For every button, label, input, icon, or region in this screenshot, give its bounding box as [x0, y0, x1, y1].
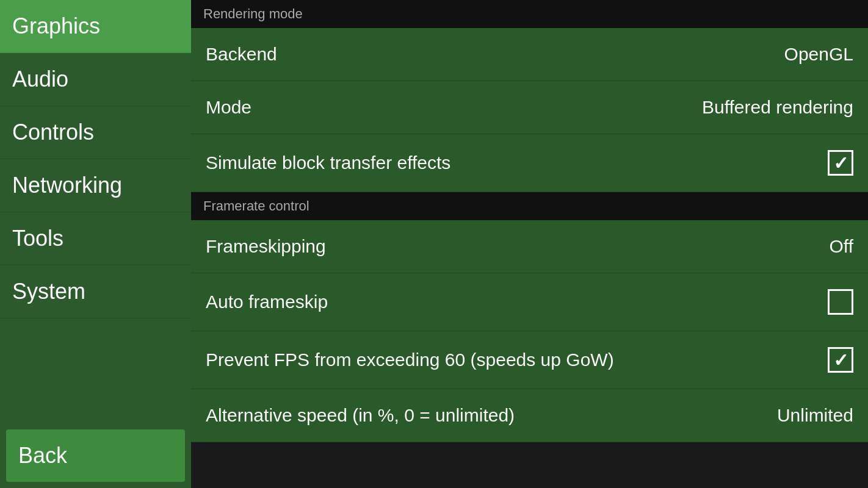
sidebar-item-tools[interactable]: Tools	[0, 212, 191, 265]
main-content: Rendering modeBackendOpenGLModeBuffered …	[191, 0, 868, 488]
sidebar-item-system[interactable]: System	[0, 265, 191, 318]
sidebar-item-networking[interactable]: Networking	[0, 159, 191, 212]
row-label-mode: Mode	[206, 97, 251, 118]
settings-row-auto-frameskip[interactable]: Auto frameskip	[191, 273, 868, 331]
settings-row-frameskipping[interactable]: FrameskippingOff	[191, 220, 868, 273]
sidebar-item-audio[interactable]: Audio	[0, 53, 191, 106]
row-value-backend: OpenGL	[784, 44, 853, 65]
sidebar-spacer	[0, 318, 191, 423]
row-label-backend: Backend	[206, 44, 277, 65]
back-button[interactable]: Back	[6, 429, 185, 482]
checkbox-auto-frameskip[interactable]	[828, 289, 853, 315]
row-label-auto-frameskip: Auto frameskip	[206, 292, 328, 312]
settings-row-simulate-block-transfer[interactable]: Simulate block transfer effects	[191, 134, 868, 192]
row-label-simulate-block-transfer: Simulate block transfer effects	[206, 152, 450, 173]
section-header-framerate-control: Framerate control	[191, 192, 868, 220]
settings-row-mode[interactable]: ModeBuffered rendering	[191, 81, 868, 134]
settings-row-backend[interactable]: BackendOpenGL	[191, 28, 868, 81]
settings-row-alternative-speed[interactable]: Alternative speed (in %, 0 = unlimited)U…	[191, 389, 868, 442]
row-label-prevent-fps: Prevent FPS from exceeding 60 (speeds up…	[206, 350, 614, 370]
row-label-frameskipping: Frameskipping	[206, 236, 326, 257]
row-value-alternative-speed: Unlimited	[777, 405, 853, 426]
checkbox-prevent-fps[interactable]	[828, 347, 853, 373]
checkbox-simulate-block-transfer[interactable]	[828, 150, 853, 176]
settings-row-prevent-fps[interactable]: Prevent FPS from exceeding 60 (speeds up…	[191, 331, 868, 389]
section-header-rendering-mode: Rendering mode	[191, 0, 868, 28]
row-label-alternative-speed: Alternative speed (in %, 0 = unlimited)	[206, 405, 515, 426]
sidebar-item-controls[interactable]: Controls	[0, 106, 191, 159]
row-value-mode: Buffered rendering	[702, 97, 853, 118]
row-value-frameskipping: Off	[830, 236, 853, 257]
sidebar-item-graphics[interactable]: Graphics	[0, 0, 191, 53]
sidebar: GraphicsAudioControlsNetworkingToolsSyst…	[0, 0, 191, 488]
